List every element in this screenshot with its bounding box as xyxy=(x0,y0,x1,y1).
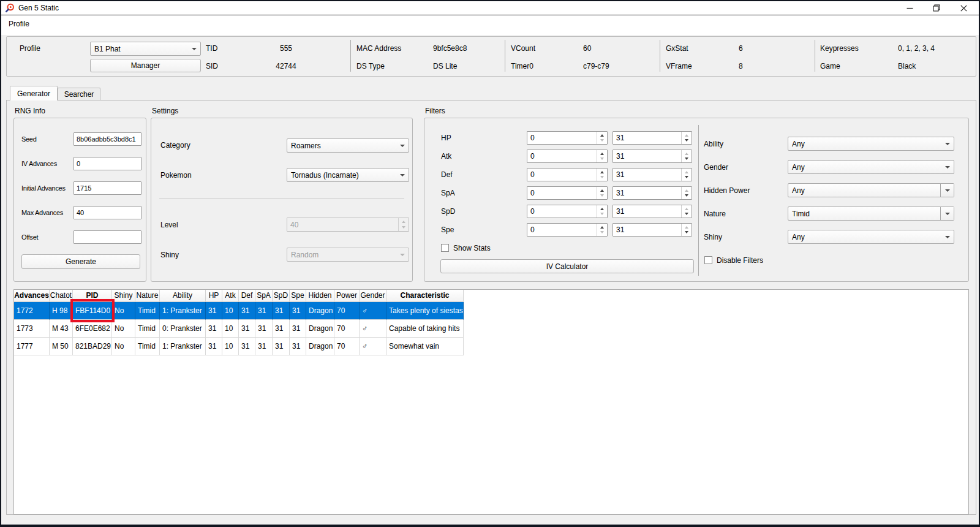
cell-characteristic: Takes plenty of siestas xyxy=(386,302,464,320)
spin-down-arrow[interactable] xyxy=(600,213,604,215)
column-header-atk[interactable]: Atk xyxy=(222,290,239,302)
spin-up-arrow[interactable] xyxy=(685,153,688,155)
spin-up-arrow[interactable] xyxy=(600,208,604,210)
spin-down-arrow[interactable] xyxy=(600,157,604,160)
spin-down-arrow[interactable] xyxy=(685,157,688,160)
spa-min-spinbox[interactable]: 0 xyxy=(527,186,608,200)
spin-up-arrow[interactable] xyxy=(600,134,604,137)
column-header-shiny[interactable]: Shiny xyxy=(112,290,135,302)
spin-up-arrow[interactable] xyxy=(685,171,688,173)
spin-down-arrow[interactable] xyxy=(685,213,688,215)
ds-type-label: DS Type xyxy=(356,62,385,70)
hp-max-spinbox[interactable]: 31 xyxy=(612,131,692,145)
spe-max-spinbox[interactable]: 31 xyxy=(612,223,692,237)
cell-gender: ♂ xyxy=(360,302,386,320)
spin-up-arrow[interactable] xyxy=(685,134,688,137)
column-header-gender[interactable]: Gender xyxy=(360,290,386,302)
profile-separator xyxy=(350,40,351,72)
spin-up-arrow[interactable] xyxy=(600,153,604,155)
spin-down-arrow[interactable] xyxy=(685,194,688,197)
column-header-pid[interactable]: PID xyxy=(73,290,112,302)
def-min-spinbox-value: 0 xyxy=(527,169,597,181)
spin-up-arrow[interactable] xyxy=(685,208,688,210)
category-select-value: Roamers xyxy=(287,142,396,150)
manager-button[interactable]: Manager xyxy=(90,59,201,72)
table-row[interactable]: 1773M 436FE0E682NoTimid0: Prankster31103… xyxy=(14,320,968,338)
cell-hidden: Dragon xyxy=(306,338,334,355)
column-header-advances[interactable]: Advances xyxy=(14,290,50,302)
spin-down-arrow[interactable] xyxy=(600,231,604,233)
column-header-spe[interactable]: Spe xyxy=(290,290,306,302)
cell-spd: 31 xyxy=(273,302,290,320)
spin-up-arrow[interactable] xyxy=(600,189,604,192)
shiny-label: Shiny xyxy=(160,251,179,259)
column-header-spa[interactable]: SpA xyxy=(255,290,273,302)
initial-advances-input[interactable]: 1715 xyxy=(74,181,141,195)
spin-buttons xyxy=(597,205,607,218)
spin-buttons xyxy=(681,224,692,236)
column-header-hidden[interactable]: Hidden xyxy=(306,290,334,302)
spin-down-arrow[interactable] xyxy=(600,139,604,142)
show-stats-checkbox[interactable] xyxy=(441,244,449,252)
atk-min-spinbox[interactable]: 0 xyxy=(527,150,608,163)
table-row[interactable]: 1772H 98FBF114D0NoTimid1: Prankster31103… xyxy=(14,302,968,320)
spin-up-arrow[interactable] xyxy=(600,226,604,229)
disable-filters-checkbox[interactable] xyxy=(704,256,712,264)
iv-advances-input[interactable]: 0 xyxy=(74,157,141,170)
spa-max-spinbox[interactable]: 31 xyxy=(612,186,692,200)
atk-max-spinbox[interactable]: 31 xyxy=(612,150,692,163)
filter-hidden-power-select[interactable]: Any xyxy=(788,183,954,197)
spin-up-arrow[interactable] xyxy=(600,171,604,173)
cell-power: 70 xyxy=(334,320,360,338)
hp-min-spinbox[interactable]: 0 xyxy=(527,131,608,145)
tab-generator[interactable]: Generator xyxy=(10,86,58,100)
shiny-select[interactable]: Random xyxy=(287,248,409,262)
maximize-button[interactable] xyxy=(930,2,943,13)
pokemon-select[interactable]: Tornadus (Incarnate) xyxy=(287,168,409,182)
column-header-spd[interactable]: SpD xyxy=(273,290,290,302)
spin-down-arrow[interactable] xyxy=(600,194,604,197)
column-header-ability[interactable]: Ability xyxy=(160,290,206,302)
spd-min-spinbox[interactable]: 0 xyxy=(527,205,608,218)
filter-ability-select[interactable]: Any xyxy=(788,137,954,151)
column-header-hp[interactable]: HP xyxy=(206,290,222,302)
category-select[interactable]: Roamers xyxy=(287,138,409,153)
iv-calculator-button[interactable]: IV Calculator xyxy=(440,259,694,273)
generate-button[interactable]: Generate xyxy=(21,254,140,269)
filter-shiny-select[interactable]: Any xyxy=(788,230,954,244)
spin-down-arrow[interactable] xyxy=(402,226,405,229)
filter-ability-value: Any xyxy=(788,140,941,148)
tab-searcher[interactable]: Searcher xyxy=(58,88,100,100)
def-min-spinbox[interactable]: 0 xyxy=(527,168,608,181)
table-row[interactable]: 1777M 50821BAD29NoTimid1: Prankster31103… xyxy=(14,338,968,355)
spin-down-arrow[interactable] xyxy=(685,176,688,178)
level-spinbox[interactable]: 40 xyxy=(287,218,409,232)
spin-down-arrow[interactable] xyxy=(600,176,604,178)
spd-max-spinbox[interactable]: 31 xyxy=(612,205,692,218)
spin-down-arrow[interactable] xyxy=(685,139,688,142)
offset-input[interactable] xyxy=(74,230,141,244)
column-header-chatot[interactable]: Chatot xyxy=(50,290,73,302)
column-header-characteristic[interactable]: Characteristic xyxy=(386,290,464,302)
spin-up-arrow[interactable] xyxy=(685,189,688,192)
seed-input[interactable]: 8b06adbb5c3bd8c1 xyxy=(74,132,141,146)
spe-min-spinbox[interactable]: 0 xyxy=(527,223,608,237)
max-advances-input[interactable]: 40 xyxy=(74,206,141,219)
filter-nature-value: Timid xyxy=(788,210,940,218)
spin-up-arrow[interactable] xyxy=(685,226,688,229)
category-label: Category xyxy=(160,141,190,150)
spin-up-arrow[interactable] xyxy=(402,221,405,223)
column-header-nature[interactable]: Nature xyxy=(135,290,160,302)
profile-select[interactable]: B1 Phat xyxy=(90,42,201,56)
spe-max-spinbox-value: 31 xyxy=(613,224,681,236)
column-header-power[interactable]: Power xyxy=(334,290,360,302)
minimize-button[interactable] xyxy=(903,2,916,13)
filter-nature-select[interactable]: Timid xyxy=(788,207,954,221)
def-max-spinbox[interactable]: 31 xyxy=(612,168,692,181)
menu-item-profile[interactable]: Profile xyxy=(3,15,35,32)
column-header-def[interactable]: Def xyxy=(239,290,255,302)
spin-down-arrow[interactable] xyxy=(685,231,688,233)
close-button[interactable] xyxy=(957,2,970,13)
cell-ability: 1: Prankster xyxy=(160,302,206,320)
filter-gender-select[interactable]: Any xyxy=(788,160,954,174)
